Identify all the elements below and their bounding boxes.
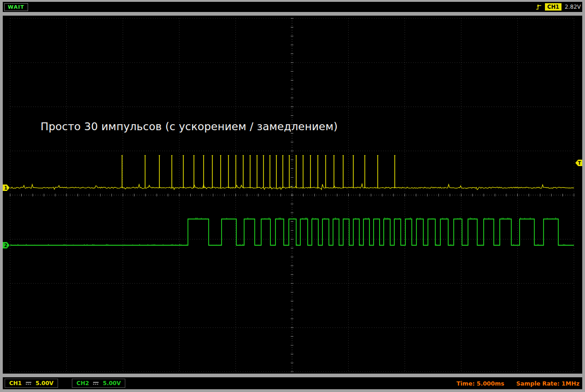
dc-coupling-icon <box>25 381 32 386</box>
scope-bezel: WAIT CH1 2.82V 12T Просто 30 импульсов (… <box>0 0 585 392</box>
ch2-label: CH2 <box>76 380 89 386</box>
trigger-edge-icon <box>536 4 542 10</box>
ch2-scale: 5.00V <box>103 380 121 386</box>
dc-coupling-icon <box>92 381 99 386</box>
trigger-level-readout: 2.82V <box>565 4 581 10</box>
trigger-info: CH1 2.82V <box>536 3 581 11</box>
graticule <box>10 18 574 372</box>
sample-rate-readout: Sample Rate: 1MHz <box>516 380 579 387</box>
ch1-label: CH1 <box>9 380 22 386</box>
svg-text:T: T <box>578 161 581 166</box>
timebase-readout: Time: 5.000ms <box>456 380 504 387</box>
svg-text:1: 1 <box>4 185 7 190</box>
ch1-settings: CH1 5.00V <box>5 379 58 388</box>
scope-display: 12T <box>3 16 582 374</box>
scope-screen: 12T Просто 30 импульсов (с ускорением / … <box>3 16 582 374</box>
ch1-scale: 5.00V <box>35 380 53 386</box>
annotation-text: Просто 30 импульсов (с ускорением / заме… <box>41 121 338 133</box>
top-status-bar: WAIT CH1 2.82V <box>3 2 582 12</box>
timebase-info: Time: 5.000ms Sample Rate: 1MHz <box>456 380 580 387</box>
svg-text:2: 2 <box>4 243 7 248</box>
acquisition-status: WAIT <box>4 3 28 11</box>
trigger-source-badge: CH1 <box>545 3 562 11</box>
bottom-status-bar: CH1 5.00V CH2 5.00V Time: 5.000ms Sample… <box>3 377 582 389</box>
ch2-settings: CH2 5.00V <box>72 379 125 388</box>
